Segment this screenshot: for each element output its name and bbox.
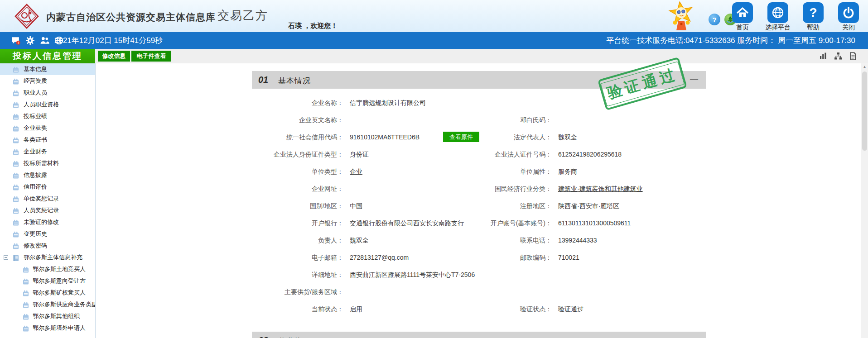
collapse-icon[interactable]: — bbox=[690, 75, 698, 84]
section-header-business-license: 02 营业执照 — bbox=[252, 332, 706, 338]
sidebar-item[interactable]: 各类证书 bbox=[0, 134, 95, 146]
collapse-icon[interactable]: — bbox=[690, 335, 698, 338]
field-value: 验证通过 bbox=[558, 305, 583, 314]
scroll-thumb[interactable] bbox=[862, 71, 867, 151]
message-icon[interactable]: ! bbox=[11, 36, 20, 45]
field-value: 身份证 bbox=[350, 150, 369, 159]
sidebar-item-label: 基本信息 bbox=[24, 63, 47, 75]
field-label: 统一社会信用代码： bbox=[252, 133, 343, 142]
field-label: 联系电话： bbox=[453, 236, 552, 245]
field-value: 710021 bbox=[558, 253, 579, 262]
sidebar-subitem[interactable]: 鄂尔多斯矿权竞买人 bbox=[0, 287, 95, 299]
field-value: 611301131013000509611 bbox=[558, 219, 631, 228]
sidebar-item-label: 鄂尔多斯土地竞买人 bbox=[33, 263, 86, 275]
nav-button-label: 选择平台 bbox=[765, 24, 791, 32]
sidebar-subitem[interactable]: 鄂尔多斯境外申请人 bbox=[0, 322, 95, 334]
sidebar-item[interactable]: 修改密码 bbox=[0, 240, 95, 252]
users-icon[interactable] bbox=[40, 36, 49, 45]
modify-info-button[interactable]: 修改信息 bbox=[98, 51, 130, 62]
field-label: 企业法人证件号码： bbox=[453, 150, 552, 159]
field-label: 当前状态： bbox=[252, 305, 343, 314]
field-label: 单位属性： bbox=[453, 167, 552, 176]
sidebar-item-label: 鄂尔多斯意向受让方 bbox=[33, 275, 86, 287]
sidebar-subitem[interactable]: 鄂尔多斯土地竞买人 bbox=[0, 263, 95, 275]
sidebar-item[interactable]: 投标业绩 bbox=[0, 110, 95, 122]
nav-button-label: 帮助 bbox=[807, 24, 820, 32]
field-value: 中国 bbox=[350, 201, 362, 210]
sidebar-item-label: 修改密码 bbox=[24, 240, 47, 252]
qa-bubble-icon[interactable]: ? bbox=[709, 14, 720, 25]
field-label: 国民经济行业分类： bbox=[453, 184, 552, 193]
sitemap-icon[interactable] bbox=[834, 52, 842, 62]
sidebar-menu: 基本信息经营资质职业人员人员职业资格投标业绩企业获奖各类证书企业财务投标所需材料… bbox=[0, 63, 96, 338]
sidebar-subitem[interactable]: 鄂尔多斯意向受让方 bbox=[0, 275, 95, 287]
sidebar-group-item[interactable]: 鄂尔多斯主体信息补充 bbox=[0, 252, 95, 263]
sidebar-item[interactable]: 人员奖惩记录 bbox=[0, 205, 95, 216]
field-value: 272813127@qq.com bbox=[350, 253, 409, 262]
sidebar-item-label: 企业财务 bbox=[24, 146, 47, 157]
field-label: 企业网址： bbox=[252, 184, 343, 193]
sidebar-item[interactable]: 变更历史 bbox=[0, 228, 95, 240]
welcome-text: 石瑛 ，欢迎您！ bbox=[288, 22, 338, 30]
sidebar-item[interactable]: 投标所需材料 bbox=[0, 157, 95, 169]
app-header: 内蒙古自治区公共资源交易主体信息库 交易乙方 石瑛 ，欢迎您！ ? bbox=[0, 0, 868, 32]
power-icon bbox=[838, 2, 859, 23]
field-value[interactable]: 建筑业·建筑装饰和其他建筑业 bbox=[558, 184, 643, 193]
top-nav: 首页选择平台?帮助关闭 bbox=[729, 2, 862, 32]
sidebar-subitem[interactable]: 鄂尔多斯供应商业务类型 bbox=[0, 299, 95, 310]
settings-gear-icon[interactable] bbox=[25, 36, 35, 45]
pdf-export-icon[interactable] bbox=[849, 52, 857, 62]
section-title: 营业执照 bbox=[278, 336, 311, 338]
field-value: 启用 bbox=[350, 305, 362, 314]
efile-view-button[interactable]: 电子件查看 bbox=[131, 51, 171, 62]
field-label: 电子邮箱： bbox=[252, 253, 343, 262]
sidebar-item-label: 信用评价 bbox=[24, 181, 47, 193]
field-label: 详细地址： bbox=[252, 270, 343, 279]
scrollbar[interactable]: ▲ bbox=[861, 63, 868, 338]
sidebar-item[interactable]: 信用评价 bbox=[0, 181, 95, 193]
collapse-expander-icon[interactable] bbox=[4, 255, 8, 260]
datetime-text: 2021年12月02日 15时41分59秒 bbox=[54, 32, 163, 49]
section-number: 02 bbox=[258, 335, 268, 338]
sidebar-item[interactable]: 未验证的修改 bbox=[0, 216, 95, 228]
sidebar-item-label: 各类证书 bbox=[24, 134, 47, 146]
field-label: 法定代表人： bbox=[453, 133, 552, 142]
sidebar-item-label: 变更历史 bbox=[24, 228, 47, 240]
nav-help-button[interactable]: ?帮助 bbox=[800, 2, 826, 32]
nav-platform-button[interactable]: 选择平台 bbox=[765, 2, 791, 32]
nav-close-button[interactable]: 关闭 bbox=[835, 2, 862, 32]
status-bar: ! bbox=[0, 32, 868, 49]
field-value: 陕西省·西安市·雁塔区 bbox=[558, 201, 619, 210]
scroll-up-button[interactable]: ▲ bbox=[861, 63, 868, 71]
sidebar-item[interactable]: 人员职业资格 bbox=[0, 99, 95, 110]
field-label: 企业英文名称： bbox=[252, 115, 343, 124]
chart-icon[interactable] bbox=[819, 52, 827, 62]
field-value[interactable]: 企业 bbox=[350, 167, 362, 176]
platform-globe-icon bbox=[767, 2, 788, 23]
sidebar-item[interactable]: 基本信息 bbox=[0, 63, 95, 75]
page-toolbar: 投标人信息管理 修改信息 电子件查看 bbox=[0, 49, 868, 63]
role-title: 交易乙方 bbox=[217, 8, 268, 24]
field-label: 负责人： bbox=[252, 236, 343, 245]
mascot-icon bbox=[665, 1, 698, 33]
field-label: 主要供货/服务区域： bbox=[252, 287, 343, 296]
field-label: 企业名称： bbox=[252, 98, 343, 107]
field-label: 单位类型： bbox=[252, 167, 343, 176]
sidebar-title: 投标人信息管理 bbox=[0, 49, 95, 63]
sidebar-item[interactable]: 经营资质 bbox=[0, 75, 95, 87]
field-label: 国别/地区： bbox=[252, 201, 343, 210]
sidebar-subitem[interactable]: 鄂尔多斯其他组织 bbox=[0, 310, 95, 322]
sidebar-item-label: 未验证的修改 bbox=[24, 216, 59, 228]
field-value: 13992444333 bbox=[558, 236, 597, 245]
field-value: 612524198206295618 bbox=[558, 150, 622, 159]
sidebar-item-label: 鄂尔多斯主体信息补充 bbox=[24, 252, 82, 263]
sidebar-item[interactable]: 职业人员 bbox=[0, 87, 95, 99]
sidebar-item[interactable]: 单位奖惩记录 bbox=[0, 193, 95, 205]
service-hotline-text: 平台统一技术服务电话:0471-5332636 服务时间： 周一至周五 9:00… bbox=[606, 32, 855, 49]
sidebar-item[interactable]: 信息披露 bbox=[0, 169, 95, 181]
sidebar-item[interactable]: 企业获奖 bbox=[0, 122, 95, 134]
field-label: 注册地区： bbox=[453, 201, 552, 210]
nav-home-button[interactable]: 首页 bbox=[729, 2, 756, 32]
sidebar-item[interactable]: 企业财务 bbox=[0, 146, 95, 157]
field-label: 开户银行： bbox=[252, 219, 343, 228]
